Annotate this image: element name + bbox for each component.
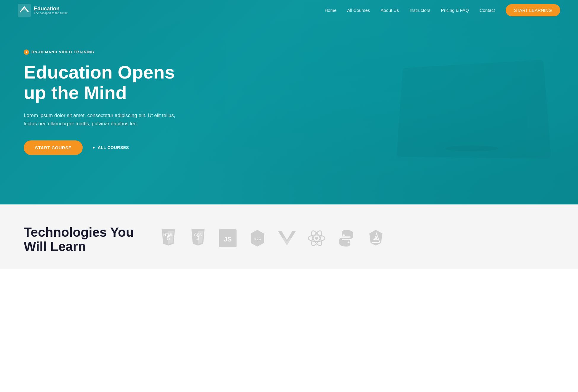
tech-icon-css3: 3 CSS: [187, 228, 209, 249]
svg-text:Node: Node: [253, 238, 261, 241]
svg-point-11: [315, 237, 318, 240]
navbar: Education The passport to the future Hom…: [0, 0, 578, 21]
svg-point-13: [348, 241, 349, 243]
logo-icon: [18, 4, 31, 17]
play-icon: [24, 49, 29, 55]
tech-icon-nodejs: Node: [247, 228, 268, 249]
tech-section: Technologies You Will Learn 5 HTML 3 CSS: [0, 204, 578, 269]
svg-point-12: [343, 234, 345, 236]
nav-pricing[interactable]: Pricing & FAQ: [441, 8, 469, 13]
all-courses-button[interactable]: ► ALL COURSES: [92, 145, 129, 150]
nav-home[interactable]: Home: [325, 8, 336, 13]
svg-text:A: A: [374, 235, 378, 241]
hero-section: ON-DEMAND VIDEO TRAINING Education Opens…: [0, 0, 578, 204]
hero-title: Education Opens up the Mind: [24, 62, 184, 103]
nav-links: Home All Courses About Us Instructors Pr…: [325, 8, 560, 13]
tech-icon-vuejs: [276, 228, 298, 249]
tech-icon-html5: 5 HTML: [158, 228, 179, 249]
tech-icon-python: [336, 228, 357, 249]
nav-instructors[interactable]: Instructors: [410, 8, 430, 13]
hero-tag-text: ON-DEMAND VIDEO TRAINING: [31, 50, 95, 54]
tech-title-line2: Will Learn: [24, 239, 86, 254]
start-course-button[interactable]: START COURSE: [24, 140, 83, 155]
tech-icon-javascript: JS: [217, 228, 238, 249]
logo-subtitle: The passport to the future: [34, 12, 68, 15]
hero-description: Lorem ipsum dolor sit amet, consectetur …: [24, 111, 184, 128]
nav-contact[interactable]: Contact: [480, 8, 495, 13]
all-courses-label: ALL COURSES: [98, 145, 129, 150]
nav-all-courses[interactable]: All Courses: [347, 8, 370, 13]
nav-cta-button[interactable]: START LEARNING: [506, 4, 560, 16]
logo[interactable]: Education The passport to the future: [18, 4, 68, 17]
hero-content: ON-DEMAND VIDEO TRAINING Education Opens…: [0, 49, 207, 155]
tech-icon-angular: A: [365, 228, 387, 249]
arrow-icon: ►: [92, 145, 96, 150]
svg-text:JS: JS: [223, 236, 231, 243]
logo-title: Education: [34, 6, 68, 12]
tech-icon-react: [306, 228, 327, 249]
hero-buttons: START COURSE ► ALL COURSES: [24, 140, 184, 155]
hero-tag: ON-DEMAND VIDEO TRAINING: [24, 49, 184, 55]
svg-text:HTML: HTML: [163, 233, 173, 237]
tech-title-line1: Technologies You: [24, 225, 134, 239]
tech-icons: 5 HTML 3 CSS JS Node: [158, 225, 387, 249]
svg-text:CSS: CSS: [194, 233, 202, 237]
nav-about-us[interactable]: About Us: [381, 8, 399, 13]
tech-title: Technologies You Will Learn: [24, 225, 134, 254]
hero-title-line2: up the Mind: [24, 82, 127, 103]
hero-title-line1: Education Opens: [24, 62, 175, 82]
